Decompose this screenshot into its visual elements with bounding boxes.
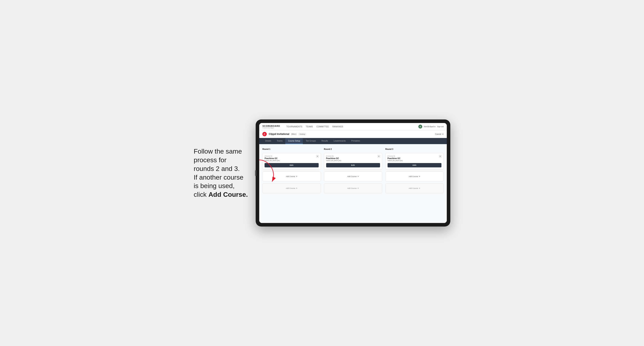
round-1-column: Round 1 ✕ (Course A) Peachtree GC Yellow…: [262, 148, 320, 193]
round-3-add-course-1[interactable]: Add Course +: [385, 172, 444, 181]
tab-results[interactable]: Results: [319, 138, 331, 144]
round-2-add-course-1[interactable]: Add Course +: [324, 172, 382, 181]
nav-rankings[interactable]: RANKINGS: [332, 126, 343, 128]
round-3-title: Round 3: [385, 148, 444, 150]
nav-teams[interactable]: TEAMS: [306, 126, 313, 128]
round-3-course-label: (Course A): [388, 155, 442, 157]
annotation-container: Round 1 ✕ (Course A) Peachtree GC Yellow…: [259, 144, 447, 223]
round-2-course-name: Peachtree GC: [326, 157, 380, 160]
tournament-sub: (Men): [291, 133, 296, 135]
round-3-course-details: Yellow (M) (6629 yds): [388, 160, 442, 162]
round-2-course-card: ✕ (Course A) Peachtree GC Yellow (M) (66…: [324, 153, 382, 170]
instruction-bold: Add Course.: [208, 191, 248, 198]
page-wrapper: Follow the same process for rounds 2 and…: [194, 120, 450, 226]
clippd-logo: C: [262, 132, 267, 136]
round-2-column: Round 2 ✕ (Course A) Peachtree GC Yellow…: [324, 148, 382, 193]
cancel-label: Cancel: [435, 133, 441, 135]
tablet-side-button: [255, 170, 256, 176]
cancel-button[interactable]: Cancel ✕: [435, 133, 444, 135]
tab-details[interactable]: Details: [262, 138, 274, 144]
logo-scoreboard: SCOREBOARD: [262, 125, 280, 127]
round-1-delete-icon[interactable]: ✕: [316, 155, 319, 158]
instruction-line1: Follow the same: [194, 148, 242, 155]
round-2-course-label: (Course A): [326, 155, 380, 157]
main-content: Round 1 ✕ (Course A) Peachtree GC Yellow…: [259, 144, 447, 223]
hosting-badge: Hosting: [298, 133, 306, 136]
round-2-add-plus-1: +: [357, 175, 359, 178]
round-3-delete-icon[interactable]: ✕: [439, 155, 442, 158]
round-2-edit-button[interactable]: Edit: [326, 163, 380, 167]
tab-bar: Details Teams Course Setup Tee Groups Re…: [259, 138, 447, 144]
logo-sub: Powered by clippd: [262, 127, 280, 129]
top-nav: SCOREBOARD Powered by clippd TOURNAMENTS…: [259, 123, 447, 130]
round-2-add-plus-2: +: [357, 187, 359, 190]
cancel-icon: ✕: [442, 133, 444, 135]
tab-tee-groups[interactable]: Tee Groups: [303, 138, 319, 144]
instruction-line6: click: [194, 191, 208, 198]
tournament-title: Clippd Invitational: [269, 133, 289, 136]
round-3-add-course-2-text: Add Course +: [409, 187, 420, 190]
tablet-screen: SCOREBOARD Powered by clippd TOURNAMENTS…: [259, 123, 447, 223]
round-1-add-plus-2: +: [296, 187, 297, 190]
nav-links: TOURNAMENTS TEAMS COMMITTEE RANKINGS: [286, 126, 414, 128]
round-2-add-course-2-text: Add Course +: [347, 187, 359, 190]
nav-committee[interactable]: COMMITTEE: [316, 126, 329, 128]
rounds-grid: Round 1 ✕ (Course A) Peachtree GC Yellow…: [262, 148, 444, 193]
round-1-add-course-2-text: Add Course +: [286, 187, 298, 190]
round-3-course-card: ✕ (Course A) Peachtree GC Yellow (M) (66…: [385, 153, 444, 170]
logo-area: SCOREBOARD Powered by clippd: [262, 125, 280, 129]
round-1-add-plus-1: +: [296, 175, 297, 178]
round-1-add-course-1-text: Add Course +: [286, 175, 298, 178]
nav-tournaments[interactable]: TOURNAMENTS: [286, 126, 302, 128]
sign-out-link[interactable]: Sign out: [437, 126, 444, 128]
instruction-line3: rounds 2 and 3.: [194, 165, 240, 172]
round-1-add-course-2: Add Course +: [262, 183, 320, 193]
round-2-title: Round 2: [324, 148, 382, 150]
round-1-edit-button[interactable]: Edit: [264, 163, 318, 167]
round-1-course-name: Peachtree GC: [264, 157, 318, 160]
round-3-add-plus-1: +: [419, 175, 420, 178]
instruction-line2: process for: [194, 156, 226, 164]
round-2-course-details: Yellow (M) (6629 yds): [326, 160, 380, 162]
round-2-add-course-1-text: Add Course +: [347, 175, 359, 178]
tournament-header: C Clippd Invitational (Men) Hosting Canc…: [259, 130, 447, 138]
tablet-frame: SCOREBOARD Powered by clippd TOURNAMENTS…: [256, 120, 450, 226]
tab-teams[interactable]: Teams: [274, 138, 285, 144]
user-email: blair@clippd.io: [424, 126, 436, 128]
tab-leaderboards[interactable]: Leaderboards: [331, 138, 349, 144]
round-2-delete-icon[interactable]: ✕: [377, 155, 380, 158]
round-1-add-course-1[interactable]: Add Course +: [262, 172, 320, 181]
round-2-add-course-2: Add Course +: [324, 183, 382, 193]
round-3-course-name: Peachtree GC: [388, 157, 442, 160]
tab-printables[interactable]: Printables: [348, 138, 363, 144]
round-3-add-plus-2: +: [419, 187, 420, 190]
instruction-text: Follow the same process for rounds 2 and…: [194, 147, 248, 199]
round-3-add-course-2: Add Course +: [385, 183, 444, 193]
round-1-course-card: ✕ (Course A) Peachtree GC Yellow (M) (66…: [262, 153, 320, 170]
avatar: B: [418, 125, 422, 129]
round-1-course-label: (Course A): [264, 155, 318, 157]
instruction-line5: is being used,: [194, 182, 234, 189]
instruction-line4: If another course: [194, 174, 244, 181]
nav-right: B blair@clippd.io Sign out: [418, 125, 444, 129]
round-3-edit-button[interactable]: Edit: [388, 163, 442, 167]
round-3-column: Round 3 ✕ (Course A) Peachtree GC Yellow…: [385, 148, 444, 193]
round-3-add-course-1-text: Add Course +: [409, 175, 420, 178]
round-1-course-details: Yellow (M) (6629 yds): [264, 160, 318, 162]
round-1-title: Round 1: [262, 148, 320, 150]
tab-course-setup[interactable]: Course Setup: [285, 138, 303, 144]
